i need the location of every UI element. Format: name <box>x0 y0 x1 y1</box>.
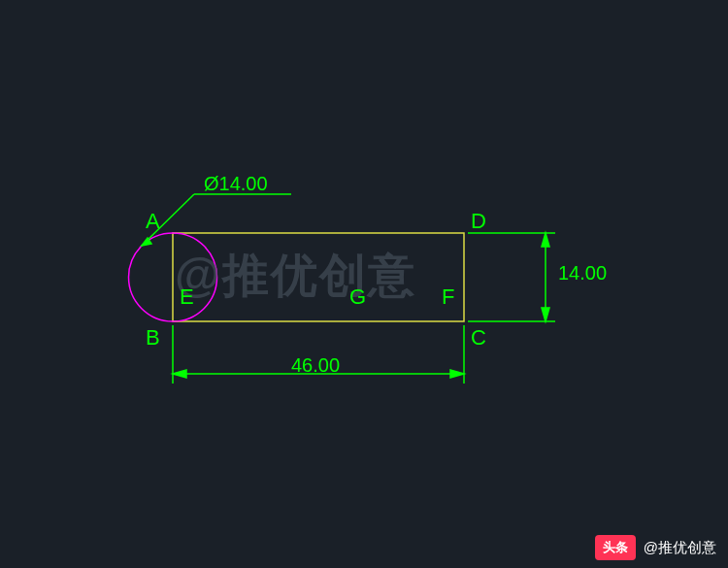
svg-marker-12 <box>542 308 549 321</box>
point-label-F: F <box>442 284 454 310</box>
svg-marker-6 <box>173 370 186 378</box>
footer-badge: 头条 <box>595 535 636 560</box>
point-label-B: B <box>146 325 160 351</box>
point-label-A: A <box>146 209 160 234</box>
point-label-D: D <box>471 209 486 234</box>
point-label-C: C <box>471 325 486 351</box>
diameter-text: Ø14.00 <box>204 173 268 195</box>
footer-handle: @推优创意 <box>644 539 716 557</box>
point-label-E: E <box>180 284 194 310</box>
diameter-dimension <box>142 194 291 246</box>
point-label-G: G <box>349 284 366 310</box>
height-text: 14.00 <box>558 262 607 284</box>
height-dimension <box>468 233 555 321</box>
width-text: 46.00 <box>291 354 340 377</box>
svg-marker-7 <box>450 370 464 378</box>
watermark-text: @推优创意 <box>175 245 416 307</box>
svg-marker-11 <box>542 233 549 247</box>
footer: 头条 @推优创意 <box>595 535 716 560</box>
